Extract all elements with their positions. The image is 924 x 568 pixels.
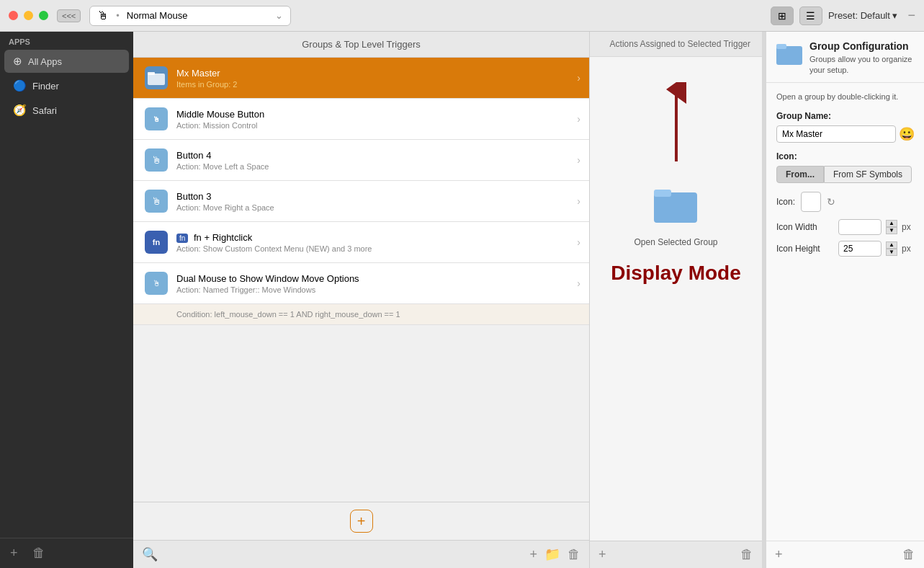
icon-row-label: Icon:: [776, 197, 795, 207]
add-action-button[interactable]: +: [598, 547, 606, 562]
dot-separator: •: [116, 10, 120, 21]
maximize-button[interactable]: [39, 11, 48, 20]
button-icon: 🖱: [145, 190, 168, 213]
sidebar-item-all-apps[interactable]: ⊕ All Apps: [4, 50, 129, 73]
config-header: Group Configuration Groups allow you to …: [766, 32, 924, 83]
icon-preview-box: [801, 192, 821, 212]
trigger-area: Actions Assigned to Selected Trigger Ope…: [590, 32, 763, 568]
icon-height-increment[interactable]: ▲: [886, 241, 897, 249]
folder-bottom-button[interactable]: 📁: [544, 546, 560, 562]
window-controls: [9, 11, 48, 20]
trigger-action: Action: Move Left a Space: [176, 162, 269, 171]
folder-icon: [145, 66, 168, 89]
icon-section-label: Icon:: [776, 151, 914, 161]
trigger-area-header: Actions Assigned to Selected Trigger: [590, 32, 762, 57]
close-button[interactable]: [9, 11, 18, 20]
fn-badge: fn: [176, 234, 188, 243]
icon-width-decrement[interactable]: ▼: [886, 227, 897, 234]
group-name-row: 😀: [776, 125, 914, 143]
trigger-item-button3[interactable]: 🖱 Button 3 Action: Move Right a Space ›: [133, 181, 589, 222]
list-icon: ☰: [806, 10, 815, 22]
trash-bottom-button[interactable]: 🗑: [568, 546, 580, 562]
icon-from-button[interactable]: From...: [776, 166, 824, 183]
sidebar-item-label: Finder: [32, 81, 59, 92]
trigger-item-button4[interactable]: 🖱 Button 4 Action: Move Left a Space ›: [133, 140, 589, 181]
grid-view-button[interactable]: ⊞: [771, 6, 794, 25]
chevron-right-icon: ›: [577, 278, 580, 289]
dual-mouse-icon: 🖱: [145, 272, 168, 295]
config-folder-icon: [776, 42, 802, 76]
svg-rect-4: [654, 192, 697, 223]
add-config-button[interactable]: +: [775, 547, 783, 562]
config-help-text: Open a group by double-clicking it.: [776, 92, 914, 102]
icon-width-label: Icon Width: [776, 222, 834, 232]
trigger-item-content: Dual Mouse to Show Window Move Options A…: [176, 273, 359, 294]
safari-icon: 🧭: [13, 104, 27, 117]
center-panel-header: Groups & Top Level Triggers: [133, 32, 589, 58]
group-name-input[interactable]: [776, 125, 896, 143]
add-app-button[interactable]: +: [6, 544, 22, 562]
chevron-right-icon: ›: [577, 154, 580, 166]
preset-label[interactable]: Preset: Default ▾: [828, 10, 898, 21]
all-apps-icon: ⊕: [13, 55, 22, 68]
mouse-button-icon: 🖱: [145, 107, 168, 130]
folder-display-icon: [654, 185, 697, 231]
icon-sf-symbols-button[interactable]: From SF Symbols: [824, 166, 912, 183]
sidebar: Apps ⊕ All Apps 🔵 Finder 🧭 Safari + 🗑: [0, 32, 133, 568]
trigger-item-dual-mouse[interactable]: 🖱 Dual Mouse to Show Window Move Options…: [133, 263, 589, 304]
button-icon: 🖱: [145, 148, 168, 172]
chevron-right-icon: ›: [577, 72, 580, 84]
trigger-name: Button 3: [176, 191, 274, 202]
trigger-name: Mx Master: [176, 68, 237, 79]
icon-width-stepper: ▲ ▼: [886, 220, 897, 234]
px-label: px: [902, 222, 911, 232]
mouse-icon: 🖱: [97, 9, 109, 22]
trigger-item-middle-mouse[interactable]: 🖱 Middle Mouse Button Action: Mission Co…: [133, 99, 589, 140]
sidebar-item-finder[interactable]: 🔵 Finder: [4, 74, 129, 97]
window-close-icon[interactable]: −: [907, 8, 915, 23]
sidebar-item-safari[interactable]: 🧭 Safari: [4, 99, 129, 122]
device-name-label: Normal Mouse: [127, 10, 271, 21]
sidebar-item-label: All Apps: [28, 56, 62, 67]
trigger-item-content: fn fn + Rightclick Action: Show Custom C…: [176, 232, 372, 253]
search-button[interactable]: 🔍: [142, 546, 158, 562]
emoji-picker-button[interactable]: 😀: [899, 126, 915, 142]
chevron-right-icon: ›: [577, 195, 580, 207]
trigger-list: Mx Master Items in Group: 2 › 🖱 Middle M…: [133, 58, 589, 502]
icon-width-input[interactable]: [838, 219, 882, 235]
nav-back-button[interactable]: <<<: [57, 9, 81, 22]
trigger-action: Items in Group: 2: [176, 80, 237, 89]
remove-action-button[interactable]: 🗑: [740, 547, 753, 562]
minimize-button[interactable]: [24, 11, 33, 20]
config-body: Open a group by double-clicking it. Grou…: [766, 83, 924, 541]
open-selected-label: Open Selected Group: [634, 237, 717, 247]
center-footer: +: [133, 502, 589, 540]
list-view-button[interactable]: ☰: [799, 6, 822, 25]
trigger-name: Button 4: [176, 150, 269, 161]
remove-app-button[interactable]: 🗑: [28, 544, 50, 562]
trigger-item-fn-rightclick[interactable]: fn fn fn + Rightclick Action: Show Custo…: [133, 222, 589, 263]
sidebar-footer: + 🗑: [0, 538, 133, 568]
icon-source-row: From... From SF Symbols: [776, 166, 914, 183]
add-bottom-button[interactable]: +: [529, 546, 537, 562]
trigger-action: Action: Mission Control: [176, 121, 264, 130]
chevron-right-icon: ›: [577, 236, 580, 248]
trigger-action: Action: Show Custom Context Menu (NEW) a…: [176, 244, 372, 253]
trigger-action: Action: Named Trigger:: Move Windows: [176, 285, 359, 294]
remove-config-button[interactable]: 🗑: [902, 547, 915, 562]
trigger-item-content: Button 3 Action: Move Right a Space: [176, 191, 274, 212]
icon-height-decrement[interactable]: ▼: [886, 249, 897, 256]
svg-rect-0: [148, 74, 165, 85]
group-name-label: Group Name:: [776, 111, 914, 121]
icon-height-input[interactable]: [838, 241, 882, 257]
icon-width-increment[interactable]: ▲: [886, 220, 897, 227]
svg-rect-1: [148, 72, 155, 75]
trigger-item-mx-master[interactable]: Mx Master Items in Group: 2 ›: [133, 58, 589, 99]
icon-height-stepper: ▲ ▼: [886, 241, 897, 256]
add-trigger-button[interactable]: +: [350, 510, 373, 533]
icon-refresh-button[interactable]: ↻: [827, 196, 835, 208]
config-text: Group Configuration Groups allow you to …: [809, 40, 914, 76]
device-selector[interactable]: 🖱 • Normal Mouse ⌄: [89, 6, 291, 26]
icon-preview-row: Icon: ↻: [776, 192, 914, 212]
chevron-right-icon: ›: [577, 113, 580, 125]
